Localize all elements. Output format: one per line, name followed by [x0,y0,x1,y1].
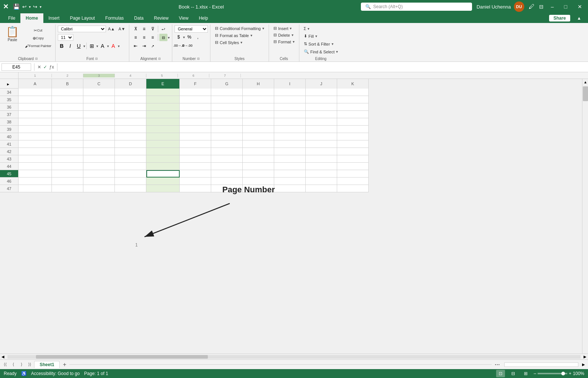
cell-H40[interactable] [243,133,274,140]
font-expand-icon[interactable]: ⊡ [95,57,98,60]
cell-A40[interactable] [19,133,52,140]
cell-H45[interactable] [243,170,274,178]
cell-K47[interactable] [337,185,369,192]
tab-review[interactable]: Review [149,13,173,23]
row-num-35[interactable]: 35 [0,96,19,103]
cell-H44[interactable] [243,163,274,170]
col-header-B[interactable]: B [52,79,83,89]
zoom-out-btn[interactable]: – [534,371,536,376]
cell-C34[interactable] [83,89,115,96]
cell-E43[interactable] [146,155,180,163]
cell-F36[interactable] [180,103,211,111]
cell-B43[interactable] [52,155,83,163]
cell-C43[interactable] [83,155,115,163]
find-select-dropdown-icon[interactable]: ▾ [336,50,338,54]
sheet-nav-last[interactable]: ⟩⟩ [26,361,33,368]
autosum-button[interactable]: Σ ▾ [302,25,312,32]
format-as-table-button[interactable]: ⊟ Format as Table ▾ [213,32,266,39]
col-header-A[interactable]: A [19,79,52,89]
tab-page-layout[interactable]: Page Layout [65,13,100,23]
row-num-36[interactable]: 36 [0,103,19,111]
alignment-expand-icon[interactable]: ⊡ [158,57,161,60]
close-btn[interactable]: ✕ [575,2,585,11]
cell-G35[interactable] [211,96,243,103]
font-size-dec-btn[interactable]: A▼ [117,25,127,33]
border-button[interactable]: ⊞ [88,42,96,50]
cell-A44[interactable] [19,163,52,170]
cell-A34[interactable] [19,89,52,96]
layout-view-btn[interactable]: ⊟ [509,370,518,377]
cell-J40[interactable] [306,133,337,140]
ribbon-collapse-btn[interactable]: ▲ [573,13,585,23]
col-header-C[interactable]: C [83,79,115,89]
cell-F38[interactable] [180,118,211,126]
cell-E36[interactable] [146,103,180,111]
cell-J43[interactable] [306,155,337,163]
cell-H47[interactable] [243,185,274,192]
font-color-button[interactable]: A [109,42,117,50]
sheet-nav-prev[interactable]: ⟨ [10,361,17,368]
row-num-46[interactable]: 46 [0,178,19,185]
align-bottom-button[interactable]: ⊽ [149,25,157,33]
row-num-40[interactable]: 40 [0,133,19,140]
tab-insert[interactable]: Insert [43,13,65,23]
number-format-select[interactable]: General [175,25,208,33]
cell-E35[interactable] [146,96,180,103]
cell-B37[interactable] [52,111,83,118]
align-middle-button[interactable]: ≡ [140,25,148,33]
cell-G34[interactable] [211,89,243,96]
cell-I40[interactable] [274,133,306,140]
fill-dropdown-icon[interactable]: ▾ [315,34,317,38]
maximize-btn[interactable]: □ [561,2,570,11]
number-expand-icon[interactable]: ⊡ [197,57,200,60]
align-left-button[interactable]: ≡ [132,34,140,41]
cell-B44[interactable] [52,163,83,170]
row-num-42[interactable]: 42 [0,148,19,155]
cell-J42[interactable] [306,148,337,155]
tab-home[interactable]: Home [20,13,43,23]
cell-D42[interactable] [115,148,146,155]
sort-filter-dropdown-icon[interactable]: ▾ [332,42,333,46]
cell-E39[interactable] [146,126,180,133]
tab-data[interactable]: Data [129,13,149,23]
cell-B35[interactable] [52,96,83,103]
cell-H42[interactable] [243,148,274,155]
insert-button[interactable]: ⊟ Insert ▾ [271,25,297,32]
percent-button[interactable]: % [185,33,193,41]
formula-confirm-icon[interactable]: ✓ [43,64,47,70]
align-top-button[interactable]: ⊼ [132,25,140,33]
underline-dropdown-icon[interactable]: ▾ [83,44,85,48]
cell-I44[interactable] [274,163,306,170]
cell-A46[interactable] [19,178,52,185]
cell-I37[interactable] [274,111,306,118]
scroll-up-btn[interactable]: ▲ [582,79,588,85]
pagebreak-view-btn[interactable]: ⊞ [521,370,530,377]
h-mini-scroll-right[interactable]: ▶ [581,362,587,367]
save-icon[interactable]: 💾 [13,3,20,10]
format-dropdown-icon[interactable]: ▾ [293,40,295,44]
cell-D34[interactable] [115,89,146,96]
cell-D38[interactable] [115,118,146,126]
select-all-btn[interactable]: ▸ [7,82,11,86]
col-header-F[interactable]: F [180,79,211,89]
cell-I36[interactable] [274,103,306,111]
cell-I35[interactable] [274,96,306,103]
row-num-47[interactable]: 47 [0,185,19,192]
search-bar[interactable]: 🔍 Search (Alt+Q) [361,3,472,11]
cell-J45[interactable] [306,170,337,178]
cell-J39[interactable] [306,126,337,133]
cell-I47[interactable] [274,185,306,192]
merge-dropdown-icon[interactable]: ▾ [168,36,170,40]
cell-B47[interactable] [52,185,83,192]
cell-J35[interactable] [306,96,337,103]
sheet-tab-sheet1[interactable]: Sheet1 [34,361,60,368]
cell-F35[interactable] [180,96,211,103]
cell-K34[interactable] [337,89,369,96]
row-num-37[interactable]: 37 [0,111,19,118]
align-center-button[interactable]: ≡ [140,34,148,41]
cell-D46[interactable] [115,178,146,185]
cell-F47[interactable] [180,185,211,192]
cell-B40[interactable] [52,133,83,140]
pen-icon[interactable]: 🖊 [529,3,535,10]
cell-H43[interactable] [243,155,274,163]
